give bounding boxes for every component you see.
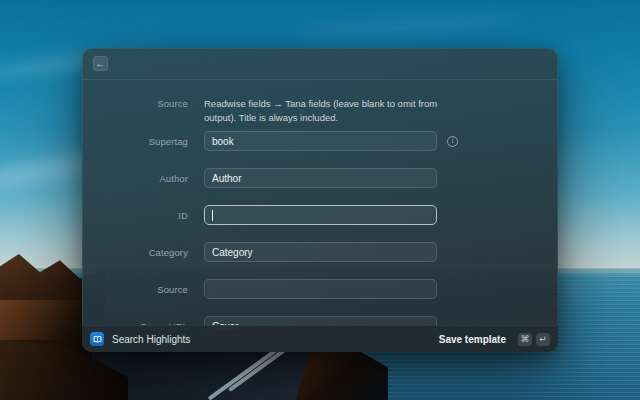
back-arrow-icon: ← [96,59,106,69]
readwise-app-icon [90,332,104,346]
save-template-label: Save template [439,334,506,345]
supertag-input[interactable]: book [204,131,437,151]
window-header: ← [82,48,558,80]
return-key-icon: ↵ [536,333,550,346]
back-button[interactable]: ← [93,56,108,71]
field-label-id: ID [82,210,188,221]
command-key-icon: ⌘ [518,333,532,346]
field-label-source: Source [82,284,188,295]
field-label-source-intro: Source [82,97,188,109]
save-template-action[interactable]: Save template ⌘ ↵ [439,333,550,346]
field-label-supertag: Supertag [82,136,188,147]
action-bar: Search Highlights Save template ⌘ ↵ [82,325,558,352]
info-icon[interactable]: i [447,136,458,147]
form-row-supertag: Supertag book i [82,131,558,151]
form-row-id: ID [82,205,558,225]
author-input[interactable]: Author [204,168,437,188]
form-description: Readwise fields → Tana fields (leave bla… [204,97,437,125]
field-label-category: Category [82,247,188,258]
text-cursor [212,210,213,221]
open-book-icon [92,334,103,345]
category-input[interactable]: Category [204,242,437,262]
app-window: ← Source Readwise fields → Tana fields (… [82,48,558,352]
form-row-source: Source [82,279,558,299]
id-input[interactable] [204,205,437,225]
form-intro-row: Source Readwise fields → Tana fields (le… [82,97,558,125]
form-row-author: Author Author [82,168,558,188]
search-highlights-action[interactable]: Search Highlights [112,334,190,345]
field-label-author: Author [82,173,188,184]
source-input[interactable] [204,279,437,299]
form: Source Readwise fields → Tana fields (le… [82,80,558,336]
cloud [300,12,520,39]
form-row-category: Category Category [82,242,558,262]
